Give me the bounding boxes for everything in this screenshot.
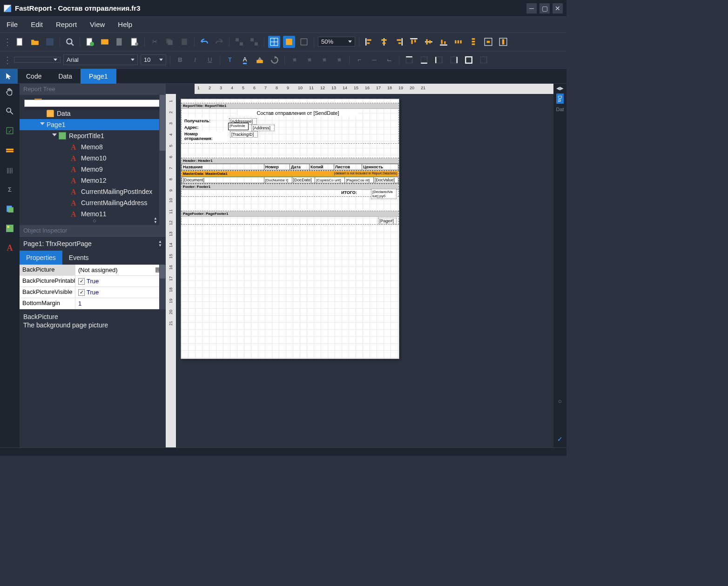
picture-tool-icon[interactable] — [5, 223, 15, 233]
tree-node-data[interactable]: Data — [20, 108, 166, 119]
menu-file[interactable]: File — [7, 20, 18, 28]
ungroup-icon[interactable] — [248, 36, 260, 48]
tab-events[interactable]: Events — [62, 251, 95, 265]
report-tree[interactable]: ReportDataPage1ReportTitle1AMemo8AMemo10… — [20, 95, 166, 225]
text-left-icon[interactable]: ≡ — [289, 54, 301, 66]
align-right-icon[interactable] — [393, 36, 405, 48]
tree-node-currentmailingaddress[interactable]: ACurrentMailingAddress — [20, 197, 166, 208]
property-grid[interactable]: BackPicture(Not assigned)…BackPicturePri… — [20, 265, 166, 309]
rotate-icon[interactable] — [269, 54, 281, 66]
tree-node-memo12[interactable]: AMemo12 — [20, 175, 166, 186]
show-grid-icon[interactable] — [268, 36, 280, 48]
band-footer[interactable]: Footer: Footer1 ИТОГО: [DeclaredVa lue] … — [181, 184, 399, 197]
check-icon[interactable]: ✓ — [557, 435, 563, 443]
undo-icon[interactable] — [198, 36, 210, 48]
close-button[interactable]: ✕ — [553, 3, 563, 13]
maximize-button[interactable]: ▢ — [539, 3, 550, 13]
style-combo[interactable] — [14, 57, 61, 63]
toolbar-grip[interactable]: ⋮ — [3, 36, 11, 47]
memo-total[interactable]: ИТОГО: — [340, 190, 361, 195]
prop-BackPicturePrintabl[interactable]: BackPicturePrintabl✓True — [20, 276, 166, 287]
memo-address[interactable]: [Address] — [251, 125, 275, 131]
font-name-combo[interactable]: Arial — [63, 54, 138, 65]
right-tab-data2[interactable]: Dat — [556, 107, 564, 112]
copy-icon[interactable] — [163, 36, 175, 48]
frame-left-icon[interactable] — [433, 54, 445, 66]
report-page[interactable]: ReportTitle: ReportTitle1 Состав отправл… — [181, 99, 399, 359]
center-v-icon[interactable] — [497, 36, 509, 48]
subreport-icon[interactable] — [5, 204, 15, 214]
right-tab-data[interactable]: Da — [556, 93, 564, 104]
new-icon[interactable] — [14, 36, 26, 48]
text-tool-icon[interactable]: ✓ — [5, 126, 15, 136]
page-settings-icon[interactable] — [128, 36, 141, 48]
save-icon[interactable] — [44, 36, 56, 48]
tab-page1[interactable]: Page1 — [81, 69, 116, 84]
new-page-icon[interactable] — [84, 36, 96, 48]
zoom-combo[interactable]: 50% — [318, 37, 355, 47]
valign-mid-icon[interactable]: ─ — [368, 54, 380, 66]
align-middle-icon[interactable] — [423, 36, 435, 48]
memo-track-lbl[interactable]: Номер отправления: — [183, 131, 228, 141]
text-justify-icon[interactable]: ≡ — [333, 54, 345, 66]
new-dialog-icon[interactable] — [99, 36, 111, 48]
frame-top-icon[interactable] — [403, 54, 415, 66]
tree-node-memo8[interactable]: AMemo8 — [20, 141, 166, 153]
band-tool-icon[interactable] — [5, 145, 15, 155]
delete-page-icon[interactable] — [114, 36, 126, 48]
memo-track[interactable]: [TrackingID] — [230, 131, 258, 138]
preview-icon[interactable] — [64, 36, 76, 48]
right-dock-arrows[interactable]: ◀▶ — [556, 86, 564, 91]
tree-node-memo9[interactable]: AMemo9 — [20, 164, 166, 175]
font-size-combo[interactable]: 10 — [141, 54, 166, 65]
text-right-icon[interactable]: ≡ — [318, 54, 330, 66]
memo-pagenum[interactable]: [Page#] — [378, 218, 397, 224]
prop-BackPicture[interactable]: BackPicture(Not assigned)… — [20, 265, 166, 276]
prop-BottomMargin[interactable]: BottomMargin1 — [20, 298, 166, 309]
frame-bottom-icon[interactable] — [418, 54, 430, 66]
space-v-icon[interactable] — [467, 36, 479, 48]
valign-bot-icon[interactable]: ⌙ — [383, 54, 395, 66]
tree-node-currentmailingpostindex[interactable]: ACurrentMailingPostIndex — [20, 186, 166, 197]
memo-recipient-lbl[interactable]: Получатель: — [183, 118, 211, 124]
text-center-icon[interactable]: ≡ — [303, 54, 316, 66]
zoom-tool-icon[interactable] — [5, 106, 15, 116]
sys-tool-icon[interactable]: Σ — [5, 184, 15, 194]
select-tool-icon[interactable] — [0, 69, 18, 84]
font-settings-icon[interactable]: T — [224, 54, 236, 66]
memo-total-val[interactable]: [DeclaredVa lue] руб — [371, 189, 397, 199]
memo-addr-lbl[interactable]: Адрес: — [183, 125, 202, 130]
memo-tool-icon[interactable]: A — [5, 243, 15, 253]
band-masterdata[interactable]: MasterData: MasterData1(dataset is not i… — [181, 171, 399, 184]
hand-tool-icon[interactable] — [5, 87, 15, 97]
group-icon[interactable] — [233, 36, 245, 48]
align-left-icon[interactable] — [363, 36, 375, 48]
tree-scrollbar[interactable] — [159, 95, 166, 225]
band-pagefooter[interactable]: PageFooter: PageFooter1 [Page#] — [181, 211, 399, 225]
menu-help[interactable]: Help — [118, 20, 132, 28]
band-header[interactable]: Header: Header1 Название НомерДата Копий… — [181, 158, 399, 171]
frame-none-icon[interactable] — [478, 54, 490, 66]
master-table[interactable]: [Document] [DocNumbe r] [DocDate] [Copie… — [182, 177, 398, 183]
tab-code[interactable]: Code — [18, 69, 50, 84]
minimize-button[interactable]: ─ — [526, 3, 537, 13]
open-icon[interactable] — [29, 36, 41, 48]
barcode-tool-icon[interactable]: |||| — [5, 165, 15, 175]
frame-all-icon[interactable] — [463, 54, 475, 66]
tab-data[interactable]: Data — [50, 69, 81, 84]
align-center-h-icon[interactable] — [378, 36, 390, 48]
redo-icon[interactable] — [213, 36, 225, 48]
menu-edit[interactable]: Edit — [31, 20, 43, 28]
underline-icon[interactable]: U — [204, 54, 216, 66]
paste-icon[interactable] — [178, 36, 190, 48]
tree-node-reporttitle1[interactable]: ReportTitle1 — [20, 130, 166, 141]
tab-properties[interactable]: Properties — [20, 251, 62, 265]
cut-icon[interactable]: ✂ — [148, 36, 161, 48]
header-table[interactable]: Название НомерДата КопийЛистовЦенность — [182, 164, 398, 170]
props-scrollbar[interactable] — [159, 265, 166, 309]
font-color-icon[interactable]: A — [239, 54, 251, 66]
prop-BackPictureVisible[interactable]: BackPictureVisible✓True — [20, 287, 166, 298]
space-h-icon[interactable] — [452, 36, 465, 48]
frame-right-icon[interactable] — [448, 54, 460, 66]
highlight-icon[interactable] — [254, 54, 266, 66]
